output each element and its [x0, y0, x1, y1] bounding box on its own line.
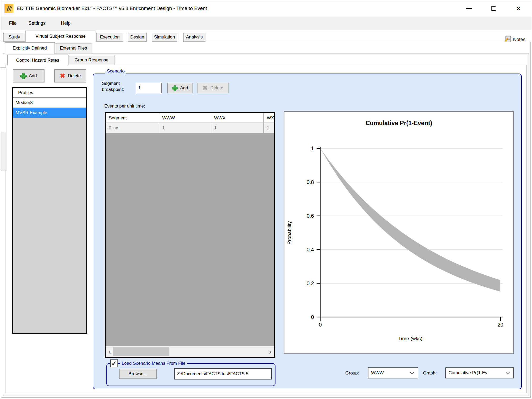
profile-add-label: Add — [29, 73, 37, 79]
collapsed-panel-edge — [0, 67, 6, 170]
y-tick-label: 0 — [295, 314, 314, 320]
scroll-left-icon[interactable]: ‹ — [106, 346, 114, 357]
tab-external-files[interactable]: External Files — [55, 43, 92, 53]
file-path-input[interactable]: Z:\Documents\FACTS test\FACTS 5 — [174, 368, 272, 379]
delete-icon: ✖ — [60, 73, 65, 79]
profiles-list: Profiles Median8 MVSR Example — [12, 87, 87, 334]
profiles-header: Profiles — [13, 88, 86, 98]
add-icon — [20, 73, 26, 79]
chevron-down-icon — [410, 370, 414, 374]
tab-execution[interactable]: Execution — [96, 33, 123, 42]
scenario-group-label: Scenario — [105, 67, 126, 76]
menu-help[interactable]: Help — [59, 17, 72, 30]
minimize-icon — [466, 8, 472, 9]
segment-add-button[interactable]: Add — [167, 83, 193, 93]
maximize-icon — [491, 6, 496, 11]
title-bar: ED TTE Genomic Biomarker Ex1* - FACTS™ v… — [0, 0, 532, 17]
menu-settings[interactable]: Settings — [27, 17, 47, 30]
minimize-button[interactable] — [459, 0, 479, 17]
graph-select-value: Cumulative Pr(1-Ev — [449, 370, 506, 376]
add-icon — [172, 85, 177, 91]
segment-delete-button[interactable]: ✖ Delete — [197, 83, 229, 93]
load-scenario-checkbox[interactable]: ✓ — [110, 359, 118, 367]
segment-breakpoint-input[interactable]: 1 — [136, 83, 162, 93]
y-tick-label: 0.2 — [295, 280, 314, 286]
browse-button[interactable]: Browse... — [119, 369, 157, 379]
x-axis-label: Time (wks) — [320, 336, 500, 342]
col-header-wwx[interactable]: WWX — [211, 113, 264, 123]
profile-delete-label: Delete — [68, 73, 81, 79]
maximize-button[interactable] — [484, 0, 504, 17]
col-header-wx[interactable]: WX — [264, 113, 276, 123]
tab-group-response[interactable]: Group Response — [68, 55, 115, 65]
profile-delete-button[interactable]: ✖ Delete — [54, 69, 86, 82]
y-tick-label: 0.4 — [295, 247, 314, 253]
window-title: ED TTE Genomic Biomarker Ex1* - FACTS™ v… — [17, 0, 207, 17]
tab-study[interactable]: Study — [3, 33, 25, 42]
events-per-unit-time-label: Events per unit time: — [104, 104, 145, 109]
close-icon: × — [516, 4, 521, 12]
y-axis-label: Probability — [287, 193, 294, 273]
check-icon: ✓ — [111, 360, 117, 367]
cell-segment-range[interactable]: 0 - ∞ — [106, 123, 159, 133]
group-select-dropdown[interactable]: WWW — [368, 367, 418, 378]
browse-label: Browse... — [129, 371, 147, 377]
cell-wwx-value[interactable]: 1 — [211, 123, 264, 133]
tab-explicitly-defined[interactable]: Explicitly Defined — [5, 42, 55, 54]
tab-design[interactable]: Design — [128, 33, 147, 42]
app-logo-icon — [4, 4, 13, 13]
profile-item-mvsr-example[interactable]: MVSR Example — [13, 108, 86, 118]
menu-file[interactable]: File — [7, 17, 18, 30]
events-table-hscrollbar[interactable]: ‹ › — [106, 346, 274, 357]
tab-control-hazard-rates[interactable]: Control Hazard Rates — [7, 55, 68, 66]
group-select-value: WWW — [371, 370, 411, 376]
chart-panel: Cumulative Pr(1-Event) 00.20.40.60.81020… — [284, 111, 514, 354]
scroll-right-icon[interactable]: › — [266, 346, 274, 357]
segment-breakpoint-label-line1: Segment — [102, 81, 120, 86]
close-button[interactable]: × — [509, 0, 529, 17]
tab-virtual-subject-response[interactable]: Virtual Subject Response — [25, 31, 96, 42]
cell-wx-value[interactable]: 1 — [264, 123, 276, 133]
profile-add-button[interactable]: Add — [13, 69, 45, 82]
y-tick-label: 0.8 — [295, 179, 314, 185]
cell-www-value[interactable]: 1 — [159, 123, 211, 133]
col-header-segment[interactable]: Segment — [106, 113, 159, 123]
events-table-header: Segment WWW WWX WX — [106, 113, 274, 123]
tab-analysis[interactable]: Analysis — [183, 33, 205, 42]
graph-select-dropdown[interactable]: Cumulative Pr(1-Ev — [445, 367, 514, 378]
scrollbar-thumb[interactable] — [113, 347, 169, 356]
group-select-label: Group: — [345, 371, 359, 376]
segment-add-label: Add — [180, 85, 188, 91]
load-scenario-label: Load Scenario Means From File — [120, 359, 187, 367]
graph-select-label: Graph: — [423, 371, 437, 376]
menu-bar: File Settings Help Notes — [0, 17, 532, 30]
x-tick-label: 0 — [312, 322, 328, 328]
col-header-www[interactable]: WWW — [159, 113, 211, 123]
app-window: ED TTE Genomic Biomarker Ex1* - FACTS™ v… — [0, 0, 532, 399]
chevron-down-icon — [506, 370, 510, 374]
profile-item-median8[interactable]: Median8 — [13, 98, 86, 108]
plot-tick-labels: 00.20.40.60.81020 — [284, 112, 513, 353]
segment-delete-label: Delete — [210, 85, 223, 91]
delete-icon-disabled: ✖ — [202, 85, 208, 91]
events-table-row[interactable]: 0 - ∞ 1 1 1 — [106, 123, 274, 133]
segment-breakpoint-label-line2: breakpoint: — [102, 87, 124, 92]
tab-simulation[interactable]: Simulation — [152, 33, 177, 42]
y-tick-label: 0.6 — [295, 213, 314, 219]
x-tick-label: 20 — [492, 322, 508, 328]
events-table: Segment WWW WWX WX 0 - ∞ 1 1 1 ‹ › — [105, 112, 275, 358]
y-tick-label: 1 — [295, 145, 314, 152]
